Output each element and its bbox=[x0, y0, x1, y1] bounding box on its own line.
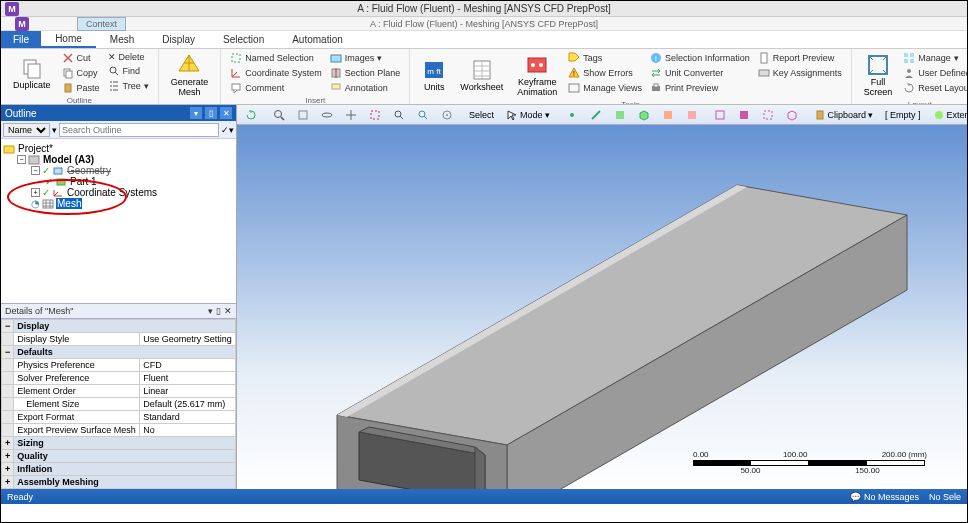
copy-button[interactable]: Copy bbox=[59, 66, 103, 80]
automation-tab[interactable]: Automation bbox=[278, 31, 357, 48]
keyboard-icon bbox=[758, 67, 770, 79]
generate-mesh-label: Generate Mesh bbox=[171, 77, 209, 97]
section-toggle[interactable]: + bbox=[2, 450, 14, 463]
units-icon: m ft bbox=[422, 58, 446, 82]
sel-info-button[interactable]: iSelection Information bbox=[647, 51, 753, 65]
worksheet-icon bbox=[470, 58, 494, 82]
left-panel: Outline ▾ ▯ ✕ Name ▾ ✓▾ Project* − Model… bbox=[1, 105, 237, 489]
svg-rect-4 bbox=[65, 84, 71, 92]
model-view bbox=[237, 105, 967, 489]
images-button[interactable]: Images▾ bbox=[327, 51, 404, 65]
tags-button[interactable]: Tags bbox=[565, 51, 645, 65]
viewport[interactable]: Select Mode▾ Clipboard▾ [ Empty ] Extend… bbox=[237, 105, 967, 489]
tree-coord-systems[interactable]: + ✓ Coordinate Systems bbox=[3, 187, 234, 198]
tree-model[interactable]: − Model (A3) bbox=[3, 154, 234, 165]
report-icon bbox=[758, 52, 770, 64]
manage-button[interactable]: Manage▾ bbox=[900, 51, 967, 65]
val-solver[interactable]: Fluent bbox=[140, 372, 236, 385]
val-elem-order[interactable]: Linear bbox=[140, 385, 236, 398]
val-physics[interactable]: CFD bbox=[140, 359, 236, 372]
outline-dropdown-button[interactable]: ▾ bbox=[190, 107, 202, 119]
scale-50: 50.00 bbox=[740, 466, 760, 475]
worksheet-button[interactable]: Worksheet bbox=[454, 51, 509, 99]
section-toggle[interactable]: + bbox=[2, 437, 14, 450]
convert-icon bbox=[650, 67, 662, 79]
scale-0: 0.00 bbox=[693, 450, 709, 459]
outline-close-button[interactable]: ✕ bbox=[220, 107, 232, 119]
collapse-icon[interactable]: − bbox=[17, 155, 26, 164]
named-selection-button[interactable]: Named Selection bbox=[227, 51, 325, 65]
section-quality: Quality bbox=[14, 450, 236, 463]
annotation-button[interactable]: Annotation bbox=[327, 81, 404, 95]
val-display-style[interactable]: Use Geometry Setting bbox=[140, 333, 236, 346]
tree-mesh[interactable]: ◔ Mesh bbox=[3, 198, 234, 209]
find-button[interactable]: Find bbox=[105, 64, 152, 78]
svg-point-18 bbox=[531, 63, 535, 67]
expand-icon[interactable]: + bbox=[31, 188, 40, 197]
val-export-prev[interactable]: No bbox=[140, 424, 236, 437]
manage-views-button[interactable]: Manage Views bbox=[565, 81, 645, 95]
filter-type-select[interactable]: Name bbox=[3, 123, 50, 137]
full-screen-button[interactable]: Full Screen bbox=[858, 51, 899, 99]
mesh-icon bbox=[177, 53, 201, 77]
home-tab[interactable]: Home bbox=[41, 31, 96, 48]
selection-tab[interactable]: Selection bbox=[209, 31, 278, 48]
tree-project[interactable]: Project* bbox=[3, 143, 234, 154]
section-toggle[interactable]: + bbox=[2, 476, 14, 489]
views-icon bbox=[568, 82, 580, 94]
duplicate-button[interactable]: Duplicate bbox=[7, 51, 57, 95]
svg-line-6 bbox=[115, 72, 118, 75]
details-close-button[interactable]: ✕ bbox=[224, 306, 232, 316]
outline-pin-button[interactable]: ▯ bbox=[205, 107, 217, 119]
comment-button[interactable]: Comment bbox=[227, 81, 325, 95]
titlebar: M A : Fluid Flow (Fluent) - Meshing [ANS… bbox=[1, 1, 967, 17]
svg-rect-28 bbox=[759, 70, 769, 76]
error-icon: ! bbox=[568, 67, 580, 79]
tree-button[interactable]: Tree▾ bbox=[105, 79, 152, 93]
file-tab[interactable]: File bbox=[1, 31, 41, 48]
report-preview-button[interactable]: Report Preview bbox=[755, 51, 845, 65]
cut-button[interactable]: Cut bbox=[59, 51, 103, 65]
display-tab[interactable]: Display bbox=[148, 31, 209, 48]
units-button[interactable]: m ftUnits bbox=[416, 51, 452, 99]
collapse-icon[interactable]: − bbox=[31, 166, 40, 175]
tree-icon bbox=[108, 80, 120, 92]
tree-part1[interactable]: ✓ Part 1 bbox=[3, 176, 234, 187]
delete-button[interactable]: ✕Delete bbox=[105, 51, 152, 63]
details-dropdown-button[interactable]: ▾ bbox=[208, 306, 213, 316]
subtitle-bar: M Context A : Fluid Flow (Fluent) - Mesh… bbox=[1, 17, 967, 31]
section-toggle[interactable]: + bbox=[2, 463, 14, 476]
val-export-fmt[interactable]: Standard bbox=[140, 411, 236, 424]
print-preview-button[interactable]: Print Preview bbox=[647, 81, 753, 95]
keyframe-button[interactable]: Keyframe Animation bbox=[511, 51, 563, 99]
reset-layout-button[interactable]: Reset Layout bbox=[900, 81, 967, 95]
duplicate-label: Duplicate bbox=[13, 80, 51, 90]
mesh-tab[interactable]: Mesh bbox=[96, 31, 148, 48]
section-toggle[interactable]: − bbox=[2, 320, 14, 333]
details-pin-button[interactable]: ▯ bbox=[216, 306, 221, 316]
user-defined-button[interactable]: User Defined▾ bbox=[900, 66, 967, 80]
filter-dropdown-icon[interactable]: ▾ bbox=[52, 125, 57, 135]
svg-rect-13 bbox=[332, 84, 340, 89]
section-toggle[interactable]: − bbox=[2, 346, 14, 359]
coord-system-button[interactable]: Coordinate System bbox=[227, 66, 325, 80]
key-assign-button[interactable]: Key Assignments bbox=[755, 66, 845, 80]
user-icon bbox=[903, 67, 915, 79]
status-selection[interactable]: No Sele bbox=[929, 492, 961, 502]
search-outline-input[interactable] bbox=[59, 123, 219, 137]
val-elem-size[interactable]: Default (25.617 mm) bbox=[140, 398, 236, 411]
section-icon bbox=[330, 67, 342, 79]
unit-conv-button[interactable]: Unit Converter bbox=[647, 66, 753, 80]
show-errors-button[interactable]: !Show Errors bbox=[565, 66, 645, 80]
filter-clear-icon[interactable]: ✓▾ bbox=[221, 125, 234, 135]
paste-button[interactable]: Paste bbox=[59, 81, 103, 95]
section-plane-button[interactable]: Section Plane bbox=[327, 66, 404, 80]
status-messages[interactable]: 💬No Messages bbox=[850, 492, 919, 502]
svg-rect-35 bbox=[4, 146, 14, 153]
generate-mesh-button[interactable]: Generate Mesh bbox=[165, 51, 215, 99]
svg-text:i: i bbox=[655, 54, 657, 63]
context-button[interactable]: Context bbox=[77, 17, 126, 31]
svg-rect-3 bbox=[66, 71, 72, 78]
find-icon bbox=[108, 65, 120, 77]
tree-geometry[interactable]: − ✓ Geometry bbox=[3, 165, 234, 176]
